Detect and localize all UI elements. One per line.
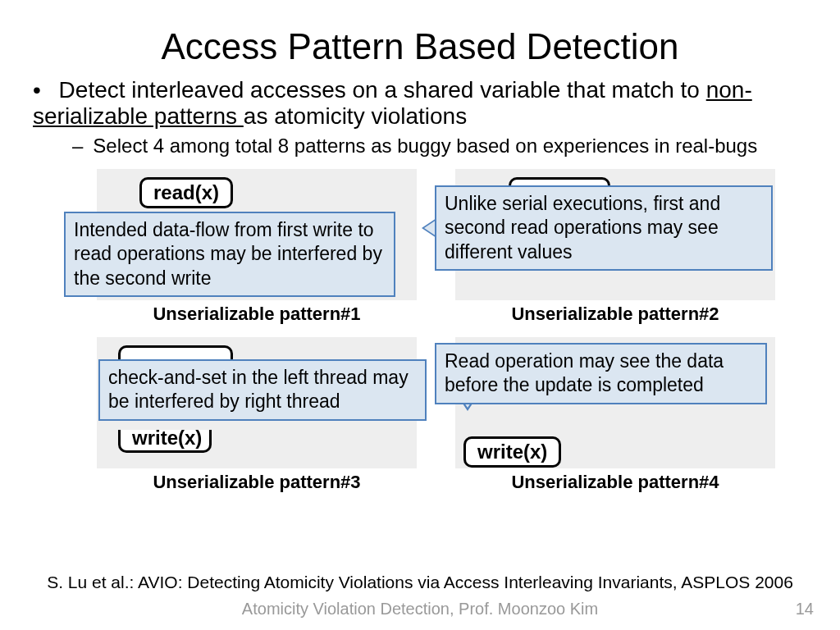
- footer: Atomicity Violation Detection, Prof. Moo…: [0, 600, 840, 619]
- footer-text: Atomicity Violation Detection, Prof. Moo…: [0, 600, 840, 619]
- slide-title: Access Pattern Based Detection: [0, 0, 840, 67]
- citation: S. Lu et al.: AVIO: Detecting Atomicity …: [0, 573, 840, 592]
- op-writex-pattern4: write(x): [463, 436, 561, 468]
- callout-pattern-1: Intended data-flow from first write to r…: [64, 212, 395, 297]
- bullet-prefix: Detect interleaved accesses on a shared …: [59, 77, 706, 103]
- op-readx-pattern1: read(x): [139, 177, 233, 208]
- sub-bullet: Select 4 among total 8 patterns as buggy…: [18, 130, 840, 158]
- caption-pattern-2: Unserializable pattern#2: [455, 304, 775, 325]
- callout-pattern-2: Unlike serial executions, first and seco…: [435, 185, 773, 271]
- op-writex-pattern3-bottom: write(x): [118, 430, 212, 453]
- callout-pattern-3: check-and-set in the left thread may be …: [98, 359, 427, 421]
- caption-pattern-4: Unserializable pattern#4: [455, 472, 775, 493]
- caption-pattern-1: Unserializable pattern#1: [97, 304, 417, 325]
- page-number: 14: [796, 600, 814, 619]
- caption-pattern-3: Unserializable pattern#3: [97, 472, 417, 493]
- pattern-area: read(x) Unserializable pattern#1 Unseria…: [0, 169, 840, 497]
- main-bullet: Detect interleaved accesses on a shared …: [0, 67, 840, 130]
- callout-pattern-4: Read operation may see the data before t…: [435, 343, 767, 404]
- bullet-suffix: as atomicity violations: [244, 103, 467, 129]
